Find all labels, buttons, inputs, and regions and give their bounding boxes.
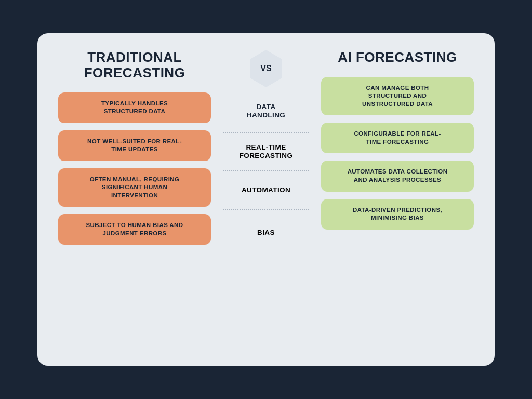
- category-data-handling: DATAHANDLING: [247, 103, 285, 119]
- traditional-title: TRADITIONALFORECASTING: [84, 50, 185, 81]
- ai-column: AI FORECASTING CAN MANAGE BOTHSTRUCTURED…: [313, 50, 482, 349]
- comparison-card: TRADITIONALFORECASTING TYPICALLY HANDLES…: [37, 33, 495, 366]
- ai-item-3: AUTOMATES DATA COLLECTIONAND ANALYSIS PR…: [321, 161, 474, 191]
- category-bias: BIAS: [257, 229, 275, 237]
- center-column: VS DATAHANDLING REAL-TIMEFORECASTING AUT…: [219, 50, 313, 349]
- trad-item-2: NOT WELL-SUITED FOR REAL-TIME UPDATES: [58, 130, 211, 161]
- category-automation: AUTOMATION: [242, 186, 290, 194]
- trad-item-1: TYPICALLY HANDLESSTRUCTURED DATA: [58, 92, 211, 123]
- ai-item-1: CAN MANAGE BOTHSTRUCTURED ANDUNSTRUCTURE…: [321, 77, 474, 116]
- trad-item-3: OFTEN MANUAL, REQUIRINGSIGNIFICANT HUMAN…: [58, 168, 211, 207]
- traditional-column: TRADITIONALFORECASTING TYPICALLY HANDLES…: [50, 50, 219, 349]
- category-realtime: REAL-TIMEFORECASTING: [240, 143, 293, 160]
- trad-item-4: SUBJECT TO HUMAN BIAS ANDJUDGMENT ERRORS: [58, 214, 211, 245]
- ai-item-4: DATA-DRIVEN PREDICTIONS,MINIMISING BIAS: [321, 199, 474, 230]
- ai-title: AI FORECASTING: [338, 50, 457, 65]
- ai-item-2: CONFIGURABLE FOR REAL-TIME FORECASTING: [321, 123, 474, 153]
- vs-badge: VS: [247, 50, 285, 87]
